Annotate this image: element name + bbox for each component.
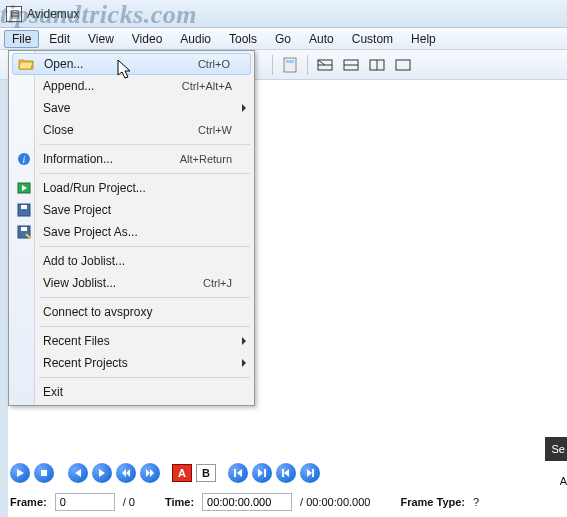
window-title: Avidemux xyxy=(27,7,79,21)
file-dropdown-menu: Open... Ctrl+O Append... Ctrl+Alt+A Save… xyxy=(8,50,255,406)
goto-start-button[interactable] xyxy=(228,463,248,483)
app-icon: ▤ xyxy=(6,6,22,22)
menu-viewjob-label: View Joblist... xyxy=(43,276,203,290)
menu-append-shortcut: Ctrl+Alt+A xyxy=(182,80,232,92)
menu-exit-label: Exit xyxy=(43,385,232,399)
menu-bar: File Edit View Video Audio Tools Go Auto… xyxy=(0,28,567,50)
frametype-value: ? xyxy=(473,496,479,508)
svg-marker-19 xyxy=(99,469,105,477)
playback-controls: A B xyxy=(10,461,567,485)
goto-marker-a-button[interactable] xyxy=(276,463,296,483)
menu-close[interactable]: Close Ctrl+W xyxy=(11,119,252,141)
menu-file[interactable]: File xyxy=(4,30,39,48)
menu-audio[interactable]: Audio xyxy=(172,30,219,48)
goto-end-button[interactable] xyxy=(252,463,272,483)
menu-append[interactable]: Append... Ctrl+Alt+A xyxy=(11,75,252,97)
svg-rect-7 xyxy=(396,60,410,70)
info-icon: i xyxy=(16,151,32,167)
menu-saveproj-label: Save Project xyxy=(43,203,232,217)
menu-view-joblist[interactable]: View Joblist... Ctrl+J xyxy=(11,272,252,294)
menu-information-label: Information... xyxy=(43,152,180,166)
menu-divider xyxy=(39,246,250,247)
svg-rect-3 xyxy=(286,60,294,63)
svg-marker-22 xyxy=(146,469,150,477)
submenu-arrow-icon xyxy=(242,337,246,345)
menu-open[interactable]: Open... Ctrl+O xyxy=(12,53,251,75)
toolbar-layout3-button[interactable] xyxy=(365,53,389,77)
menu-divider xyxy=(39,326,250,327)
menu-close-label: Close xyxy=(43,123,198,137)
next-keyframe-button[interactable] xyxy=(140,463,160,483)
menu-custom[interactable]: Custom xyxy=(344,30,401,48)
toolbar-calc-button[interactable] xyxy=(278,53,302,77)
svg-rect-28 xyxy=(282,469,284,477)
goto-marker-b-button[interactable] xyxy=(300,463,320,483)
menu-open-label: Open... xyxy=(44,57,198,71)
menu-help[interactable]: Help xyxy=(403,30,444,48)
frametype-label: Frame Type: xyxy=(400,496,465,508)
menu-information[interactable]: i Information... Alt+Return xyxy=(11,148,252,170)
stop-button[interactable] xyxy=(34,463,54,483)
svg-rect-15 xyxy=(21,227,27,231)
svg-marker-30 xyxy=(307,469,312,477)
menu-recentproj-label: Recent Projects xyxy=(43,356,232,370)
menu-divider xyxy=(39,173,250,174)
menu-append-label: Append... xyxy=(43,79,182,93)
title-bar: ▤ Avidemux xyxy=(0,0,567,28)
menu-avsproxy[interactable]: Connect to avsproxy xyxy=(11,301,252,323)
svg-marker-25 xyxy=(237,469,242,477)
svg-rect-13 xyxy=(21,205,27,209)
menu-exit[interactable]: Exit xyxy=(11,381,252,403)
toolbar-layout1-button[interactable] xyxy=(313,53,337,77)
selection-panel-fragment: Se xyxy=(545,437,567,461)
toolbar-separator xyxy=(307,55,308,75)
menu-recent-files[interactable]: Recent Files xyxy=(11,330,252,352)
menu-addjob-label: Add to Joblist... xyxy=(43,254,232,268)
status-bar: Frame: / 0 Time: / 00:00:00.000 Frame Ty… xyxy=(10,491,563,513)
menu-save-project-as[interactable]: Save Project As... xyxy=(11,221,252,243)
prev-keyframe-button[interactable] xyxy=(116,463,136,483)
svg-rect-17 xyxy=(41,470,47,476)
menu-recent-projects[interactable]: Recent Projects xyxy=(11,352,252,374)
menu-tools[interactable]: Tools xyxy=(221,30,265,48)
menu-recentfiles-label: Recent Files xyxy=(43,334,232,348)
menu-auto[interactable]: Auto xyxy=(301,30,342,48)
svg-marker-23 xyxy=(150,469,154,477)
frame-label: Frame: xyxy=(10,496,47,508)
toolbar-layout4-button[interactable] xyxy=(391,53,415,77)
menu-loadrun-project[interactable]: Load/Run Project... xyxy=(11,177,252,199)
menu-information-shortcut: Alt+Return xyxy=(180,153,232,165)
menu-go[interactable]: Go xyxy=(267,30,299,48)
svg-marker-18 xyxy=(75,469,81,477)
svg-rect-24 xyxy=(234,469,236,477)
svg-rect-31 xyxy=(312,469,314,477)
menu-save[interactable]: Save xyxy=(11,97,252,119)
svg-marker-16 xyxy=(17,469,24,477)
svg-marker-20 xyxy=(126,469,130,477)
toolbar-layout2-button[interactable] xyxy=(339,53,363,77)
time-total: / 00:00:00.000 xyxy=(300,496,370,508)
menu-video[interactable]: Video xyxy=(124,30,170,48)
save-as-icon xyxy=(16,224,32,240)
menu-add-joblist[interactable]: Add to Joblist... xyxy=(11,250,252,272)
time-label: Time: xyxy=(165,496,194,508)
next-frame-button[interactable] xyxy=(92,463,112,483)
menu-open-shortcut: Ctrl+O xyxy=(198,58,230,70)
svg-marker-29 xyxy=(284,469,289,477)
menu-save-project[interactable]: Save Project xyxy=(11,199,252,221)
folder-open-icon xyxy=(18,56,34,72)
save-icon xyxy=(16,202,32,218)
project-run-icon xyxy=(16,180,32,196)
menu-view[interactable]: View xyxy=(80,30,122,48)
play-button[interactable] xyxy=(10,463,30,483)
frame-total: / 0 xyxy=(123,496,135,508)
submenu-arrow-icon xyxy=(242,104,246,112)
menu-avsproxy-label: Connect to avsproxy xyxy=(43,305,232,319)
menu-divider xyxy=(39,297,250,298)
prev-frame-button[interactable] xyxy=(68,463,88,483)
menu-edit[interactable]: Edit xyxy=(41,30,78,48)
frame-input[interactable] xyxy=(55,493,115,511)
time-input[interactable] xyxy=(202,493,292,511)
set-marker-b-button[interactable]: B xyxy=(196,464,216,482)
set-marker-a-button[interactable]: A xyxy=(172,464,192,482)
